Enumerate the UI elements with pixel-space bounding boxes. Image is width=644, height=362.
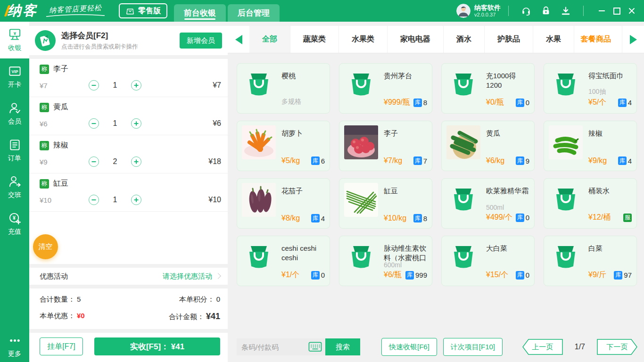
category-tab[interactable]: 家电电器 <box>387 26 443 53</box>
promo-select-link[interactable]: 请选择优惠活动 <box>163 272 220 281</box>
decrease-qty-button[interactable] <box>89 118 99 129</box>
product-price: ¥9/斤 <box>588 270 606 280</box>
increase-qty-button[interactable] <box>131 195 141 205</box>
search-button[interactable]: 搜索 <box>325 338 360 355</box>
cart-item-total: ¥18 <box>208 157 221 166</box>
stock-badge: 库 <box>618 99 627 107</box>
category-tab[interactable]: 水果 <box>533 26 574 53</box>
product-stock: 库0 <box>516 214 529 222</box>
decrease-qty-button[interactable] <box>89 80 99 90</box>
member-select-subtitle: 点击进行会员搜索或刷卡操作 <box>61 43 138 51</box>
slogan: 纳客管店更轻松 <box>45 5 106 17</box>
keyboard-icon[interactable] <box>308 342 322 352</box>
hold-order-button[interactable]: 挂单[F7] <box>40 337 83 355</box>
product-card[interactable]: 缸豆¥10/kg库8 <box>339 178 432 229</box>
stock-count: 8 <box>423 214 427 222</box>
clear-cart-button[interactable]: 清空 <box>33 234 58 259</box>
header-tab[interactable]: 前台收银 <box>174 4 226 22</box>
product-image-bag <box>242 68 276 102</box>
minimize-button[interactable] <box>594 4 609 18</box>
order-panel: 选择会员[F2] 点击进行会员搜索或刷卡操作 新增会员 称李子¥71¥7称黄瓜¥… <box>29 22 228 362</box>
increase-qty-button[interactable] <box>131 156 141 167</box>
next-page-button[interactable]: 下一页 <box>597 339 637 355</box>
sidebar-item[interactable]: ¥充值 <box>0 206 29 242</box>
category-next-arrow[interactable] <box>622 26 644 53</box>
download-icon[interactable] <box>560 5 571 16</box>
category-tab[interactable]: 套餐商品 <box>574 26 618 53</box>
category-tab[interactable]: 酒水 <box>443 26 484 53</box>
product-card[interactable]: ceshi ceshi ceshi¥1/个库0 <box>237 236 330 286</box>
category-tab[interactable]: 护肤品 <box>484 26 533 53</box>
cart-item-qty: 1 <box>99 119 131 128</box>
sidebar-item[interactable]: 更多 <box>0 332 29 360</box>
header-tab[interactable]: 后台管理 <box>228 4 280 22</box>
sidebar-item[interactable]: 订单 <box>0 132 29 169</box>
quick-checkout-button[interactable]: 快速收银[F6] <box>381 338 437 356</box>
service-badge: 服 <box>623 214 632 222</box>
product-name: 贵州茅台 <box>384 71 427 81</box>
category-tab[interactable]: 全部 <box>249 26 290 53</box>
category-prev-arrow[interactable] <box>228 26 249 53</box>
support-icon[interactable] <box>520 5 532 16</box>
close-button[interactable] <box>624 4 639 18</box>
product-card[interactable]: 欧莱雅精华霜500ml¥499/个库0 <box>441 178 535 229</box>
sidebar-item[interactable]: ¥收银 <box>0 22 29 58</box>
stock-badge: 库 <box>405 271 414 280</box>
decrease-qty-button[interactable] <box>89 156 99 167</box>
product-card[interactable]: 得宝纸面巾100抽¥5/个库4 <box>544 63 637 114</box>
product-image-cucumber <box>446 125 480 159</box>
weighed-tag-badge: 称 <box>40 65 49 74</box>
cart-item: 称缸豆¥101¥10 <box>29 173 228 212</box>
maximize-button[interactable] <box>609 4 624 18</box>
product-card[interactable]: 辣椒¥9/kg库4 <box>544 121 637 171</box>
product-card[interactable]: 大白菜¥15/个库0 <box>441 236 535 286</box>
cart-item-qty: 1 <box>99 81 131 90</box>
header-tabs: 前台收银后台管理 <box>174 0 280 22</box>
product-spec: 100抽 <box>588 88 632 96</box>
service-tag: 服 <box>623 214 632 222</box>
sidebar-item[interactable]: 会员 <box>0 95 29 132</box>
sidebar-item-label: 交班 <box>8 191 21 199</box>
product-price: ¥6/kg <box>486 156 504 165</box>
product-price: ¥7/kg <box>384 156 402 165</box>
user-chip[interactable]: 纳客软件 v2.0.0.37 <box>456 4 501 18</box>
product-card[interactable]: 脉动维生素饮料（水蜜桃口600ml¥6/瓶库999 <box>339 236 432 286</box>
product-card[interactable]: 贵州茅台¥999/瓶库8 <box>339 63 432 114</box>
product-card[interactable]: 李子¥7/kg库7 <box>339 121 432 171</box>
product-price: ¥6/瓶 <box>384 270 402 280</box>
category-tab[interactable]: 蔬菜类 <box>290 26 339 53</box>
member-select-bar[interactable]: 选择会员[F2] 点击进行会员搜索或刷卡操作 新增会员 <box>29 26 228 55</box>
cart-item-total: ¥10 <box>208 196 221 204</box>
product-card[interactable]: 黄瓜¥6/kg库9 <box>441 121 535 171</box>
decrease-qty-button[interactable] <box>89 195 99 205</box>
checkout-button[interactable]: 实收[F5]： ¥41 <box>94 337 220 355</box>
minus-icon <box>92 199 96 200</box>
cart-item-name: 李子 <box>53 64 68 74</box>
barcode-input[interactable] <box>237 343 308 351</box>
product-card[interactable]: 樱桃多规格 <box>237 63 330 114</box>
product-card[interactable]: 桶装水¥12/桶服 <box>544 178 637 229</box>
product-stock: 库4 <box>618 99 632 107</box>
vip-card-icon: VIP <box>8 65 22 78</box>
product-price: ¥8/kg <box>281 214 300 222</box>
lock-icon[interactable] <box>540 5 552 16</box>
stock-count: 6 <box>321 157 325 165</box>
more-icon <box>8 334 22 347</box>
add-member-button[interactable]: 新增会员 <box>180 33 222 49</box>
cart-item: 称李子¥71¥7 <box>29 59 228 97</box>
product-spec: 多规格 <box>281 98 325 106</box>
product-card[interactable]: 胡萝卜¥5/kg库6 <box>237 121 330 171</box>
sidebar-item[interactable]: VIP开卡 <box>0 58 29 95</box>
prev-page-button[interactable]: 上一页 <box>522 339 563 355</box>
edition-button[interactable]: 零售版 <box>119 3 167 18</box>
sidebar-item[interactable]: 交班 <box>0 169 29 206</box>
product-card[interactable]: 白菜¥9/斤库97 <box>544 236 637 286</box>
weighed-tag-badge: 称 <box>40 103 49 112</box>
category-tab[interactable]: 水果类 <box>339 26 387 53</box>
increase-qty-button[interactable] <box>131 80 141 90</box>
increase-qty-button[interactable] <box>131 118 141 129</box>
stock-badge: 库 <box>413 214 422 222</box>
product-card[interactable]: 花茄子¥8/kg库4 <box>237 178 330 229</box>
product-card[interactable]: 充1000得1200¥0/瓶库0 <box>441 63 535 114</box>
count-item-button[interactable]: 计次项目[F10] <box>443 338 503 356</box>
